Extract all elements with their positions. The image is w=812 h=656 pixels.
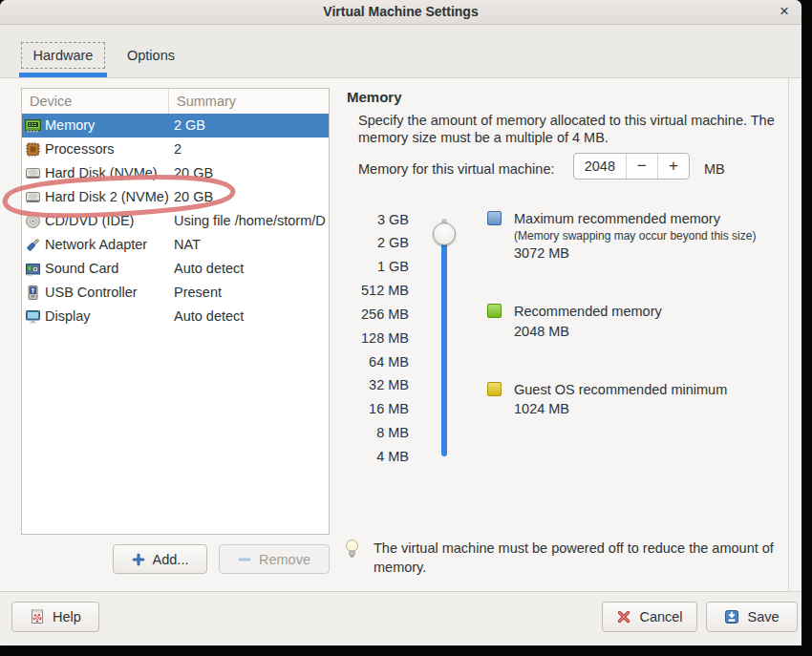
device-row-usb-controller[interactable]: USB ControllerPresent (22, 281, 329, 305)
legend-value: 2048 MB (514, 323, 569, 341)
remove-button-label: Remove (259, 552, 310, 567)
column-header-summary[interactable]: Summary (168, 89, 329, 114)
column-header-device[interactable]: Device (22, 89, 168, 114)
window-title: Virtual Machine Settings (0, 0, 801, 24)
memory-panel-title: Memory (347, 89, 402, 105)
device-row-sound-card[interactable]: Sound CardAuto detect (22, 257, 329, 281)
device-summary: 2 (174, 138, 328, 161)
device-row-display[interactable]: DisplayAuto detect (22, 305, 329, 328)
slider-tick-4-mb: 4 MB (325, 447, 409, 466)
tab-options-label: Options (127, 48, 175, 63)
device-row-hard-disk-2-nvme[interactable]: Hard Disk 2 (NVMe)20 GB (22, 185, 329, 209)
usb-icon (25, 285, 41, 301)
legend-label: Recommended memory (514, 303, 662, 321)
device-table-body: Memory2 GBProcessors2Hard Disk (NVMe)20 … (22, 114, 329, 534)
device-summary: Auto detect (174, 305, 328, 328)
cancel-button[interactable]: Cancel (602, 602, 697, 632)
legend-value: 1024 MB (514, 400, 569, 418)
slider-tick-16-mb: 16 MB (325, 399, 409, 418)
device-summary: NAT (174, 233, 328, 257)
device-summary: Present (174, 281, 328, 305)
memory-unit-label: MB (704, 159, 725, 179)
device-name: USB Controller (45, 281, 138, 305)
legend-swatch-maximum-recommended-memory (487, 211, 502, 225)
device-row-cd-dvd-ide[interactable]: CD/DVD (IDE)Using file /home/storm/D (22, 209, 329, 233)
device-summary: Using file /home/storm/D (174, 209, 328, 233)
help-button-label: Help (53, 609, 81, 624)
tab-hardware-label: Hardware (21, 42, 106, 69)
slider-tick-512-mb: 512 MB (325, 281, 409, 300)
device-summary: 20 GB (174, 185, 328, 209)
hard-disk-icon (25, 189, 41, 205)
memory-value-field[interactable]: 2048 (574, 154, 626, 179)
help-icon (30, 609, 45, 624)
device-name: Memory (45, 114, 95, 138)
legend-swatch-guest-os-recommended-minimum (487, 382, 502, 396)
processor-icon (25, 141, 41, 158)
tab-hardware[interactable]: Hardware (19, 36, 107, 74)
plus-icon (132, 553, 145, 566)
device-table-header: Device Summary (22, 89, 329, 115)
legend-subtext: (Memory swapping may occur beyond this s… (514, 228, 756, 243)
device-row-memory[interactable]: Memory2 GB (22, 114, 329, 138)
screen: Virtual Machine Settings × Hardware Opti… (0, 0, 812, 656)
tab-options[interactable]: Options (107, 36, 195, 74)
device-row-network-adapter[interactable]: Network AdapterNAT (22, 233, 329, 257)
legend-label: Maximum recommended memory (514, 210, 720, 228)
close-icon[interactable]: × (775, 0, 794, 24)
device-summary: 20 GB (174, 161, 328, 185)
device-name: Hard Disk 2 (NVMe) (45, 185, 169, 209)
slider-tick-64-mb: 64 MB (325, 352, 409, 371)
panel-right-edge (788, 78, 789, 591)
device-name: Sound Card (45, 257, 118, 281)
save-icon (724, 609, 739, 624)
memory-slider-track[interactable] (441, 227, 447, 456)
tab-bar: Hardware Options (0, 25, 801, 78)
footer-bar: Help Cancel (0, 591, 801, 645)
memory-spin-label: Memory for this virtual machine: (358, 159, 554, 179)
legend-label: Guest OS recommended minimum (514, 381, 727, 399)
device-row-hard-disk-nvme[interactable]: Hard Disk (NVMe)20 GB (22, 161, 329, 185)
device-name: Processors (45, 138, 115, 161)
device-name: Hard Disk (NVMe) (45, 161, 158, 185)
increase-memory-button[interactable]: + (657, 154, 689, 179)
memory-icon (25, 117, 41, 134)
slider-tick-1-gb: 1 GB (325, 257, 409, 276)
device-row-processors[interactable]: Processors2 (22, 138, 329, 161)
memory-description: Specify the amount of memory allocated t… (358, 112, 807, 146)
network-adapter-icon (25, 237, 41, 253)
lightbulb-icon (345, 539, 359, 563)
cancel-x-icon (616, 609, 631, 624)
add-button[interactable]: Add... (113, 544, 207, 574)
legend-swatch-recommended-memory (487, 304, 502, 318)
slider-tick-128-mb: 128 MB (325, 328, 409, 348)
slider-tick-32-mb: 32 MB (325, 375, 409, 394)
cd-dvd-icon (25, 213, 41, 229)
memory-slider-handle[interactable] (433, 222, 456, 245)
hard-disk-icon (25, 165, 41, 181)
remove-button[interactable]: Remove (219, 544, 330, 574)
minus-icon (238, 553, 251, 566)
legend-value: 3072 MB (514, 244, 569, 263)
memory-spinbox[interactable]: 2048 − + (573, 153, 690, 180)
device-name: Display (45, 305, 91, 328)
device-summary: 2 GB (174, 114, 328, 138)
slider-tick-8-mb: 8 MB (325, 423, 409, 442)
sound-card-icon (25, 261, 41, 277)
cancel-button-label: Cancel (639, 609, 682, 624)
device-summary: Auto detect (174, 257, 328, 281)
device-table: Device Summary Memory2 GBProcessors2Hard… (21, 88, 330, 535)
display-icon (25, 308, 41, 325)
titlebar[interactable]: Virtual Machine Settings × (0, 0, 801, 25)
powered-off-note: The virtual machine must be powered off … (374, 540, 794, 577)
save-button-label: Save (747, 609, 779, 624)
decrease-memory-button[interactable]: − (626, 154, 657, 179)
help-button[interactable]: Help (11, 602, 99, 632)
active-tab-indicator (19, 73, 107, 77)
slider-tick-3-gb: 3 GB (325, 210, 409, 229)
slider-tick-256-mb: 256 MB (325, 305, 409, 324)
device-name: CD/DVD (IDE) (45, 209, 134, 233)
slider-tick-2-gb: 2 GB (325, 233, 409, 252)
save-button[interactable]: Save (706, 602, 798, 632)
device-name: Network Adapter (45, 233, 147, 257)
